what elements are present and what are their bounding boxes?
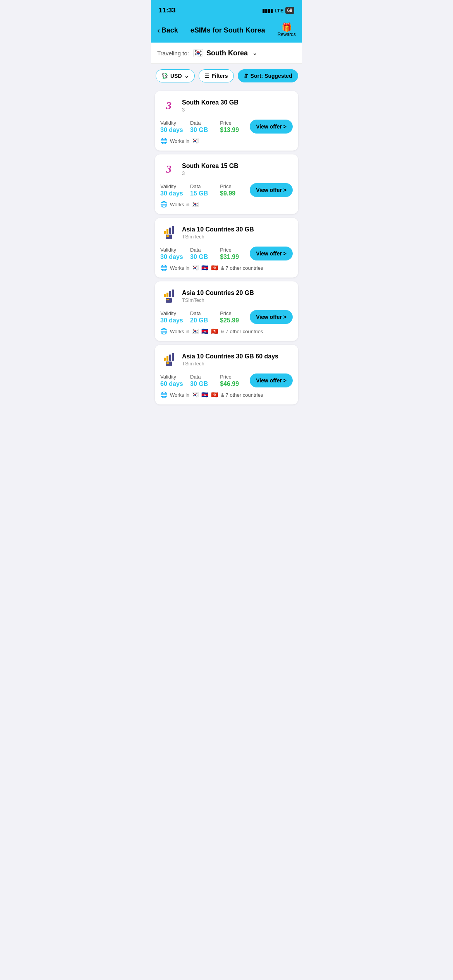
rewards-label: Rewards — [278, 32, 296, 37]
card-title-block: South Korea 15 GB 3 — [182, 163, 239, 176]
battery-badge: 68 — [285, 7, 294, 14]
card-header: Asia 10 Countries 30 GB TSimTech — [160, 224, 293, 241]
signal-icon: ▮▮▮▮ — [262, 8, 273, 14]
offer-card: 3 South Korea 15 GB 3 Validity 30 days D… — [155, 154, 298, 214]
data-label: Data — [190, 120, 217, 126]
offer-name: South Korea 15 GB — [182, 163, 239, 170]
data-label: Data — [190, 247, 217, 253]
data-label: Data — [190, 310, 217, 316]
view-offer-button[interactable]: View offer > — [250, 373, 293, 387]
country-flag: 🇰🇷 — [193, 48, 203, 58]
card-footer: 🌐 Works in 🇰🇷 — [160, 137, 293, 144]
validity-group: Validity 60 days — [160, 374, 187, 387]
sort-icon: ⇵ — [244, 73, 248, 79]
card-header: 3 South Korea 15 GB 3 — [160, 161, 293, 178]
validity-value: 60 days — [160, 380, 187, 387]
view-offer-button[interactable]: View offer > — [250, 120, 293, 134]
tsimtech-icon — [164, 226, 174, 234]
traveling-label: Traveling to: — [157, 50, 189, 57]
rewards-button[interactable]: 🎁 Rewards — [278, 23, 296, 37]
extra-countries: & 7 other countries — [221, 329, 263, 334]
data-group: Data 30 GB — [190, 374, 217, 387]
price-value: $46.99 — [220, 380, 247, 387]
card-details: Validity 30 days Data 15 GB Price $9.99 … — [160, 183, 293, 197]
card-details: Validity 60 days Data 30 GB Price $46.99… — [160, 373, 293, 387]
price-group: Price $25.99 — [220, 310, 247, 324]
chevron-down-icon: ⌄ — [252, 50, 257, 56]
gift-icon: 🎁 — [281, 23, 292, 32]
three-logo: 3 — [166, 164, 172, 175]
price-label: Price — [220, 247, 247, 253]
sort-button[interactable]: ⇵ Sort: Suggested — [238, 69, 298, 82]
works-in-label: Works in — [170, 265, 189, 271]
price-label: Price — [220, 374, 247, 380]
provider-logo: 3 — [160, 161, 177, 178]
provider-name: 3 — [182, 107, 239, 113]
card-header: Asia 10 Countries 20 GB TSimTech — [160, 288, 293, 305]
globe-icon: 🌐 — [160, 328, 168, 335]
country-flag-small: 🇭🇰 — [211, 264, 218, 271]
nav-bar: ‹ Back eSIMs for South Korea 🎁 Rewards — [151, 19, 302, 43]
card-header: 3 South Korea 30 GB 3 — [160, 97, 293, 114]
card-footer: 🌐 Works in 🇰🇷 — [160, 201, 293, 208]
country-flag-small: 🇰🇷 — [192, 201, 199, 208]
sim-card-icon — [166, 362, 172, 366]
country-name: South Korea — [206, 49, 248, 57]
provider-logo — [160, 351, 177, 368]
offer-name: South Korea 30 GB — [182, 99, 239, 106]
price-value: $25.99 — [220, 317, 247, 324]
data-group: Data 20 GB — [190, 310, 217, 324]
validity-group: Validity 30 days — [160, 120, 187, 134]
provider-logo — [160, 224, 177, 241]
provider-name: TSimTech — [182, 297, 254, 303]
provider-name: TSimTech — [182, 234, 254, 240]
page-title: eSIMs for South Korea — [190, 26, 265, 34]
country-flag-small: 🇭🇰 — [211, 328, 218, 335]
view-offer-button[interactable]: View offer > — [250, 247, 293, 260]
validity-value: 30 days — [160, 317, 187, 324]
price-value: $9.99 — [220, 190, 247, 197]
sim-card-icon — [166, 298, 172, 303]
data-label: Data — [190, 374, 217, 380]
validity-label: Validity — [160, 120, 187, 126]
card-footer: 🌐 Works in 🇰🇷🇰🇭🇭🇰 & 7 other countries — [160, 328, 293, 335]
view-offer-button[interactable]: View offer > — [250, 310, 293, 324]
card-title-block: Asia 10 Countries 30 GB TSimTech — [182, 226, 254, 240]
back-button[interactable]: ‹ Back — [157, 26, 178, 35]
price-label: Price — [220, 183, 247, 189]
status-icons: ▮▮▮▮ LTE 68 — [262, 7, 294, 14]
price-group: Price $31.99 — [220, 247, 247, 260]
tsimtech-icon — [164, 290, 174, 297]
filters-button[interactable]: ☰ Filters — [199, 69, 234, 82]
offer-card: 3 South Korea 30 GB 3 Validity 30 days D… — [155, 91, 298, 151]
filters-label: Filters — [212, 73, 228, 79]
validity-value: 30 days — [160, 127, 187, 134]
card-details: Validity 30 days Data 30 GB Price $31.99… — [160, 247, 293, 260]
currency-button[interactable]: 💱 USD ⌄ — [156, 69, 195, 82]
card-title-block: South Korea 30 GB 3 — [182, 99, 239, 113]
provider-name: 3 — [182, 170, 239, 176]
data-value: 30 GB — [190, 127, 217, 134]
card-details: Validity 30 days Data 30 GB Price $13.99… — [160, 120, 293, 134]
extra-countries: & 7 other countries — [221, 392, 263, 398]
validity-group: Validity 30 days — [160, 310, 187, 324]
globe-icon: 🌐 — [160, 391, 168, 398]
validity-value: 30 days — [160, 254, 187, 260]
country-flag-small: 🇰🇷 — [192, 328, 199, 335]
works-in-label: Works in — [170, 138, 189, 144]
data-label: Data — [190, 183, 217, 189]
tsimtech-icon — [164, 353, 174, 361]
provider-logo: 3 — [160, 97, 177, 114]
card-footer: 🌐 Works in 🇰🇷🇰🇭🇭🇰 & 7 other countries — [160, 264, 293, 271]
globe-icon: 🌐 — [160, 264, 168, 271]
country-flag-small: 🇰🇷 — [192, 137, 199, 144]
country-selector[interactable]: 🇰🇷 South Korea ⌄ — [193, 48, 257, 58]
works-in-label: Works in — [170, 202, 189, 207]
validity-group: Validity 30 days — [160, 247, 187, 260]
back-label: Back — [161, 26, 178, 34]
filter-bar: 💱 USD ⌄ ☰ Filters ⇵ Sort: Suggested — [151, 64, 302, 88]
data-value: 15 GB — [190, 190, 217, 197]
card-title-block: Asia 10 Countries 30 GB 60 days TSimTech — [182, 353, 278, 367]
view-offer-button[interactable]: View offer > — [250, 183, 293, 197]
country-flag-small: 🇰🇭 — [201, 391, 209, 398]
